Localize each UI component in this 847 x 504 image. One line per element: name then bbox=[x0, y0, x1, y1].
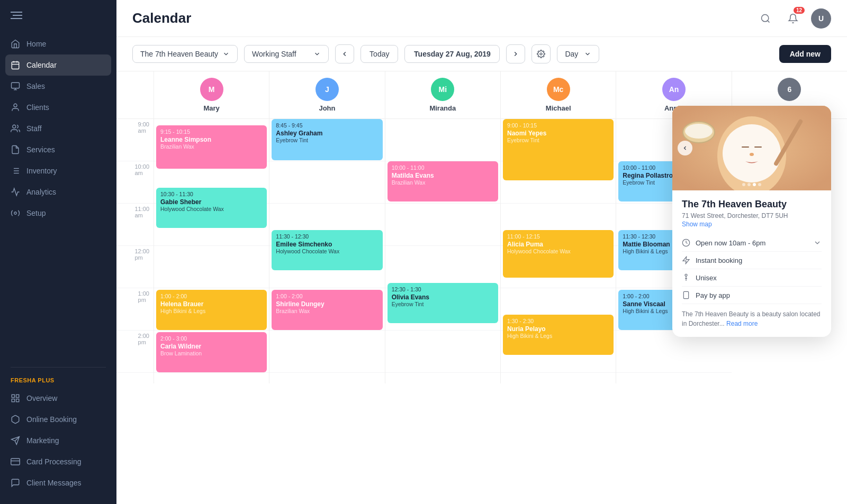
appt-emilee-simchenko[interactable]: 11:30 - 12:30 Emilee Simchenko Holywood … bbox=[272, 230, 382, 270]
today-button[interactable]: Today bbox=[361, 45, 398, 63]
svg-rect-7 bbox=[12, 83, 20, 88]
appt-shirline-dungey[interactable]: 1:00 - 2:00 Shirline Dungey Brazilian Wa… bbox=[272, 290, 382, 330]
panel-hours-text: Open now 10am - 6pm bbox=[696, 239, 765, 247]
appt-ashley-graham[interactable]: 8:45 - 9:45 Ashley Graham Eyebrow Tint bbox=[272, 119, 382, 160]
panel-show-map[interactable]: Show map bbox=[682, 221, 822, 228]
staff-avatar-miranda: Mi bbox=[431, 78, 454, 101]
svg-rect-21 bbox=[12, 399, 14, 402]
sidebar-item-home[interactable]: Home bbox=[0, 33, 116, 54]
side-panel: The 7th Heaven Beauty 71 West Street, Do… bbox=[672, 106, 831, 337]
appt-time: 11:00 - 12:15 bbox=[507, 233, 609, 240]
menu-icon bbox=[11, 11, 22, 22]
side-panel-image bbox=[672, 106, 831, 190]
sidebar-label-online-booking: Online Booking bbox=[26, 415, 77, 424]
slot bbox=[269, 331, 384, 373]
appt-matilda-evans[interactable]: 10:00 - 11:00 Matilda Evans Brazilian Wa… bbox=[388, 161, 498, 201]
appt-helena-brauer[interactable]: 1:00 - 2:00 Helena Brauer High Bikini & … bbox=[156, 290, 267, 330]
appt-leanne-simpson[interactable]: 9:15 - 10:15 Leanne Simpson Brazilian Wa… bbox=[156, 125, 267, 169]
panel-feature-pay-by-app: Pay by app bbox=[682, 287, 822, 304]
appt-time: 12:30 - 1:30 bbox=[392, 286, 494, 292]
sidebar-item-setup[interactable]: Setup bbox=[0, 203, 116, 224]
staff-name-michael: Michael bbox=[546, 104, 571, 112]
svg-rect-3 bbox=[12, 62, 19, 69]
dot-2 bbox=[747, 183, 751, 186]
header-actions: 12 U bbox=[756, 8, 831, 29]
appt-gabie-sheber[interactable]: 10:30 - 11:30 Gabie Sheber Holywood Choc… bbox=[156, 188, 267, 228]
svg-rect-23 bbox=[11, 459, 20, 465]
sidebar-item-card-processing[interactable]: Card Processing bbox=[0, 451, 116, 472]
search-button[interactable] bbox=[756, 9, 775, 28]
time-slot-10am: 10:00am bbox=[116, 161, 154, 204]
location-label: The 7th Heaven Beauty bbox=[140, 50, 218, 58]
staff-avatar-annie: An bbox=[662, 78, 686, 101]
staff-filter-dropdown[interactable]: Working Staff bbox=[244, 45, 329, 63]
time-slot-2pm: 2:00pm bbox=[116, 331, 154, 373]
panel-dots bbox=[742, 183, 761, 186]
panel-read-more[interactable]: Read more bbox=[726, 320, 758, 327]
appt-nuria-pelayo[interactable]: 1:30 - 2:30 Nuria Pelayo High Bikini & L… bbox=[503, 315, 614, 355]
svg-point-25 bbox=[762, 14, 769, 21]
appt-carla-wildner[interactable]: 2:00 - 3:00 Carla Wildner Brow Laminatio… bbox=[156, 332, 267, 372]
slot bbox=[385, 331, 500, 373]
user-avatar[interactable]: U bbox=[811, 8, 831, 29]
sidebar-item-overview[interactable]: Overview bbox=[0, 388, 116, 409]
appt-naomi-yepes[interactable]: 9:00 - 10:15 Naomi Yepes Eyebrow Tint bbox=[503, 119, 614, 180]
staff-avatar-michael: Mc bbox=[547, 78, 570, 101]
sidebar-item-services[interactable]: Services bbox=[0, 139, 116, 160]
add-new-button[interactable]: Add new bbox=[779, 45, 831, 63]
svg-point-27 bbox=[540, 53, 542, 55]
svg-line-26 bbox=[768, 20, 770, 22]
sidebar-item-analytics[interactable]: Analytics bbox=[0, 181, 116, 203]
panel-description: The 7th Heaven Beauty is a beauty salon … bbox=[682, 309, 822, 328]
appt-name: Ashley Graham bbox=[276, 130, 378, 137]
appt-alicia-puma[interactable]: 11:00 - 12:15 Alicia Puma Holywood Choco… bbox=[503, 230, 614, 278]
svg-marker-39 bbox=[683, 256, 689, 263]
staff-avatar-6th: 6 bbox=[778, 78, 801, 101]
sidebar-label-staff: Staff bbox=[26, 124, 42, 133]
appt-time: 10:30 - 11:30 bbox=[160, 191, 263, 197]
dot-1 bbox=[742, 183, 745, 186]
panel-prev-button[interactable] bbox=[678, 141, 692, 155]
appt-name: Leanne Simpson bbox=[160, 136, 263, 143]
dot-3 bbox=[753, 183, 756, 186]
time-slot-11am: 11:00am bbox=[116, 204, 154, 246]
staff-avatar-mary: M bbox=[200, 78, 223, 101]
staff-name-mary: Mary bbox=[203, 104, 219, 112]
sidebar-label-home: Home bbox=[26, 40, 46, 48]
sidebar: Home Calendar Sales Clients Staff Servic… bbox=[0, 0, 116, 504]
staff-header-michael: Mc Michael bbox=[500, 71, 616, 118]
staff-col-miranda: 10:00 - 11:00 Matilda Evans Brazilian Wa… bbox=[385, 119, 500, 383]
sidebar-item-inventory[interactable]: Inventory bbox=[0, 160, 116, 181]
settings-button[interactable] bbox=[531, 44, 551, 63]
sidebar-item-clients[interactable]: Clients bbox=[0, 97, 116, 118]
sidebar-nav: Home Calendar Sales Clients Staff Servic… bbox=[0, 33, 116, 362]
appt-name: Gabie Sheber bbox=[160, 198, 263, 206]
sidebar-item-marketing[interactable]: Marketing bbox=[0, 430, 116, 451]
sidebar-label-setup: Setup bbox=[26, 209, 46, 217]
next-date-button[interactable] bbox=[506, 44, 525, 63]
panel-feature-unisex: Unisex bbox=[682, 269, 822, 287]
staff-col-john: 8:45 - 9:45 Ashley Graham Eyebrow Tint 1… bbox=[269, 119, 384, 383]
view-dropdown[interactable]: Day bbox=[557, 45, 599, 63]
sidebar-item-sales[interactable]: Sales bbox=[0, 76, 116, 97]
staff-col-michael: 9:00 - 10:15 Naomi Yepes Eyebrow Tint 11… bbox=[500, 119, 616, 383]
appt-name: Matilda Evans bbox=[392, 172, 494, 179]
sidebar-item-calendar[interactable]: Calendar bbox=[5, 54, 111, 76]
sidebar-item-client-messages[interactable]: Client Messages bbox=[0, 472, 116, 493]
svg-rect-43 bbox=[683, 291, 688, 298]
slot bbox=[154, 246, 269, 288]
appt-time: 10:00 - 11:00 bbox=[392, 164, 494, 171]
location-dropdown[interactable]: The 7th Heaven Beauty bbox=[132, 45, 238, 63]
prev-date-button[interactable] bbox=[335, 44, 354, 63]
sidebar-item-staff[interactable]: Staff bbox=[0, 118, 116, 139]
appt-service: Brazilian Wax bbox=[392, 179, 494, 186]
appt-olivia-evans[interactable]: 12:30 - 1:30 Olivia Evans Eyebrow Tint bbox=[388, 283, 498, 323]
sidebar-label-sales: Sales bbox=[26, 82, 45, 90]
sidebar-label-marketing: Marketing bbox=[26, 436, 59, 445]
svg-rect-20 bbox=[16, 395, 19, 397]
panel-feature-hours: Open now 10am - 6pm bbox=[682, 234, 822, 252]
panel-instant-booking-text: Instant booking bbox=[696, 256, 742, 264]
time-slot-1pm: 1:00pm bbox=[116, 288, 154, 331]
sidebar-item-online-booking[interactable]: Online Booking bbox=[0, 409, 116, 430]
sidebar-label-overview: Overview bbox=[26, 394, 57, 402]
